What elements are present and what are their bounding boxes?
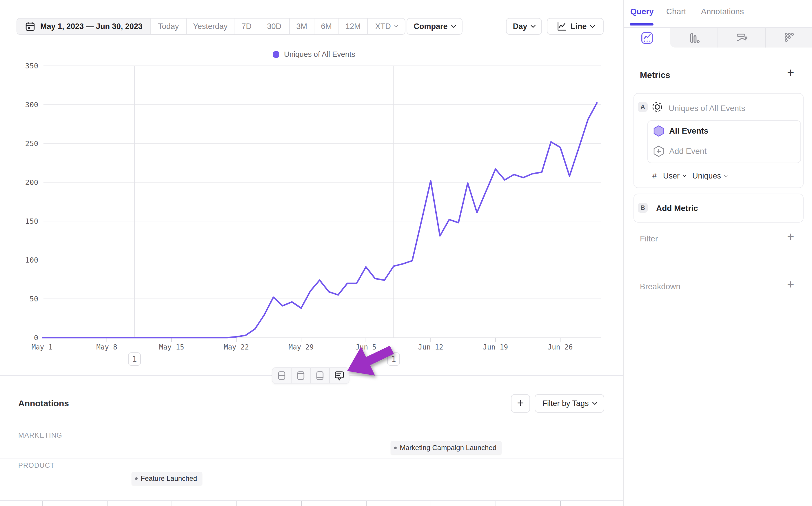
- layout-bottom-panel-button[interactable]: [311, 368, 330, 384]
- add-metric-plus-icon[interactable]: +: [787, 67, 794, 79]
- event-row-all-events[interactable]: All Events: [653, 125, 708, 137]
- metric-settings-icon[interactable]: [651, 101, 663, 113]
- ruler-tick: [107, 501, 107, 506]
- bar-chart-icon: [688, 31, 701, 45]
- annotation-chip[interactable]: Feature Launched: [131, 472, 202, 485]
- layout-split-rows-button[interactable]: [272, 368, 291, 384]
- x-axis-tick-label: May 1: [22, 343, 62, 351]
- metrics-header: Metrics: [640, 70, 670, 80]
- annotations-panel-title: Annotations: [18, 399, 69, 408]
- lane-label-marketing: MARKETING: [18, 431, 62, 439]
- ruler-tick: [237, 501, 237, 506]
- view-tab-segmentation[interactable]: [783, 31, 796, 45]
- y-axis-tick-label: 350: [18, 62, 38, 70]
- timeline-ruler: [0, 500, 623, 501]
- tab-annotations[interactable]: Annotations: [701, 7, 744, 16]
- add-metric-label: Add Metric: [656, 204, 698, 213]
- top-panel-icon: [295, 370, 306, 382]
- metric-a-label[interactable]: Uniques of All Events: [668, 104, 745, 113]
- annotation-dot-icon: [135, 477, 138, 480]
- annotation-marker-badge[interactable]: 1: [128, 352, 141, 366]
- view-tab-bars[interactable]: [688, 31, 701, 45]
- y-axis-tick-label: 200: [18, 178, 38, 187]
- filter-by-tags-button[interactable]: Filter by Tags: [535, 394, 604, 413]
- bottom-panel-icon: [314, 370, 326, 382]
- filter-section-label: Filter: [640, 234, 658, 243]
- tab-query[interactable]: Query: [630, 7, 654, 16]
- annotation-chip[interactable]: Marketing Campaign Launched: [391, 441, 502, 454]
- chevron-down-icon: [724, 173, 728, 177]
- ruler-tick: [431, 501, 431, 506]
- segmentation-dots-icon: [783, 31, 796, 45]
- x-axis-tick-label: May 15: [151, 343, 192, 351]
- active-tab-underline: [630, 23, 653, 25]
- ruler-tick: [495, 501, 496, 506]
- chevron-down-icon: [683, 173, 687, 177]
- ruler-tick: [366, 501, 367, 506]
- add-event-label: Add Event: [669, 147, 707, 156]
- add-breakdown-plus-icon[interactable]: +: [787, 278, 794, 291]
- retention-flow-icon: [735, 31, 748, 45]
- ruler-tick: [560, 501, 561, 506]
- aggregation-label: Uniques: [692, 172, 721, 181]
- insights-line-icon: [640, 31, 654, 45]
- insights-report-page: May 1, 2023 — Jun 30, 2023 TodayYesterda…: [0, 0, 812, 506]
- view-tab-insights[interactable]: [640, 31, 654, 45]
- split-rows-icon: [276, 370, 287, 382]
- line-chart[interactable]: [0, 0, 623, 388]
- chevron-down-icon: [592, 400, 597, 405]
- x-axis-tick-label: May 29: [281, 343, 322, 351]
- lane-divider: [0, 458, 623, 458]
- ruler-tick: [301, 501, 302, 506]
- event-label: All Events: [669, 126, 708, 136]
- plus-icon: +: [517, 397, 524, 410]
- ruler-tick: [172, 501, 172, 506]
- y-axis-tick-label: 0: [18, 334, 38, 342]
- pointer-arrow-overlay: [333, 333, 409, 391]
- y-axis-tick-label: 50: [18, 295, 38, 303]
- entity-label: User: [663, 172, 680, 181]
- metric-a-badge: A: [638, 102, 648, 112]
- main-area: May 1, 2023 — Jun 30, 2023 TodayYesterda…: [0, 0, 623, 506]
- query-sidebar: Query Chart Annotations: [623, 0, 812, 506]
- add-filter-plus-icon[interactable]: +: [787, 231, 794, 243]
- lane-label-product: PRODUCT: [18, 461, 55, 470]
- aggregation-dropdown[interactable]: Uniques: [692, 172, 727, 181]
- view-tab-separator: [765, 28, 765, 48]
- add-annotation-button[interactable]: +: [511, 394, 530, 413]
- y-axis-tick-label: 150: [18, 217, 38, 226]
- add-event-row[interactable]: Add Event: [653, 146, 707, 157]
- annotation-chip-label: Feature Launched: [141, 475, 197, 483]
- annotation-dot-icon: [394, 446, 397, 449]
- x-axis-tick-label: Jun 19: [475, 343, 516, 351]
- hexagon-plus-icon: [653, 146, 664, 157]
- tab-chart[interactable]: Chart: [666, 7, 686, 16]
- filter-by-tags-label: Filter by Tags: [542, 399, 589, 408]
- aggregation-row: # User Uniques: [652, 172, 727, 181]
- x-axis-tick-label: May 8: [87, 343, 127, 351]
- entity-dropdown[interactable]: User: [663, 172, 686, 181]
- count-prefix-icon: #: [652, 172, 657, 181]
- x-axis-tick-label: May 22: [216, 343, 257, 351]
- view-tab-retention[interactable]: [735, 31, 748, 45]
- y-axis-tick-label: 250: [18, 140, 38, 148]
- layout-top-panel-button[interactable]: [291, 368, 311, 384]
- series-line-uniques-of-all-events[interactable]: [42, 102, 597, 338]
- annotation-chip-label: Marketing Campaign Launched: [399, 444, 497, 452]
- x-axis-tick-label: Jun 26: [540, 343, 580, 351]
- y-axis-tick-label: 300: [18, 100, 38, 109]
- x-axis-tick-label: Jun 12: [410, 343, 451, 351]
- y-axis-tick-label: 100: [18, 256, 38, 264]
- ruler-tick: [42, 501, 42, 506]
- view-tab-separator: [718, 28, 718, 48]
- breakdown-section-label: Breakdown: [640, 282, 681, 291]
- hexagon-filled-icon: [653, 125, 664, 137]
- metric-b-badge: B: [638, 203, 648, 213]
